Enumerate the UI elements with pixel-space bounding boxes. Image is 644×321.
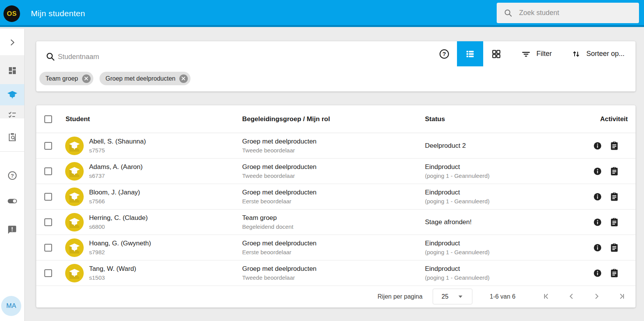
activity-clipboard-button[interactable] <box>609 141 619 151</box>
group-name: Groep met deelproducten <box>242 264 317 274</box>
row-checkbox[interactable] <box>44 218 52 226</box>
filter-chip[interactable]: Team groep <box>39 72 93 85</box>
rows-per-page-select[interactable]: 25 <box>433 289 472 304</box>
student-cell: Adams, A. (Aaron) s6737 <box>89 162 143 180</box>
status-cell: Deelproduct 2 <box>425 141 466 150</box>
group-cell: Team groep Begeleidend docent <box>242 213 293 231</box>
filter-chip[interactable]: Groep met deelproducten <box>99 72 191 85</box>
next-page-button[interactable] <box>589 289 604 304</box>
help-button[interactable]: ? <box>433 41 455 66</box>
table-row[interactable]: Tang, W. (Ward) s1503 Groep met deelprod… <box>36 260 636 286</box>
student-avatar <box>65 137 84 155</box>
table-row[interactable]: Herring, C. (Claude) s6800 Team groep Be… <box>36 209 636 235</box>
help-icon: ? <box>7 171 17 181</box>
filter-button[interactable]: Filter <box>511 41 561 66</box>
last-page-button[interactable] <box>614 289 629 304</box>
sidebar-item-toggle[interactable] <box>0 192 24 210</box>
clipboard-icon <box>609 192 619 202</box>
sidebar-item-students[interactable] <box>0 86 24 104</box>
my-role: Eerste beoordelaar <box>242 197 317 206</box>
student-avatar <box>65 162 84 181</box>
group-name: Team groep <box>242 213 293 223</box>
chip-remove-icon[interactable] <box>82 74 91 83</box>
group-name: Groep met deelproducten <box>242 239 317 248</box>
info-button[interactable] <box>593 218 602 226</box>
sidebar-item-tasks[interactable] <box>0 105 24 124</box>
studentname-search-input[interactable] <box>58 48 289 65</box>
clipboard-icon <box>609 268 619 278</box>
student-name: Bloom, J. (Janay) <box>89 188 140 197</box>
activity-clipboard-button[interactable] <box>609 268 619 278</box>
table-row[interactable]: Abell, S. (Shaunna) s7575 Groep met deel… <box>36 133 636 159</box>
status-text: Eindproduct <box>425 264 490 274</box>
app-logo[interactable]: OS <box>3 5 20 22</box>
activity-clipboard-button[interactable] <box>609 217 619 227</box>
student-avatar <box>65 213 84 231</box>
status-text: Eindproduct <box>425 239 490 248</box>
checklist-icon <box>8 110 17 119</box>
status-cell: Eindproduct (poging 1 - Geannuleerd) <box>425 264 490 282</box>
column-header-student[interactable]: Student <box>66 105 90 133</box>
grid-view-button[interactable] <box>485 41 508 66</box>
activity-clipboard-button[interactable] <box>609 192 619 202</box>
table-row[interactable]: Adams, A. (Aaron) s6737 Groep met deelpr… <box>36 159 636 184</box>
sidebar-item-feedback[interactable] <box>0 220 24 239</box>
user-avatar[interactable]: MA <box>1 296 21 316</box>
clipboard-icon <box>609 166 619 176</box>
info-button[interactable] <box>593 269 602 277</box>
row-checkbox[interactable] <box>44 244 52 252</box>
previous-page-button[interactable] <box>564 289 579 304</box>
select-all-checkbox[interactable] <box>44 115 52 123</box>
row-checkbox[interactable] <box>44 142 52 150</box>
info-button[interactable] <box>593 141 602 150</box>
info-icon <box>593 192 602 201</box>
sidebar-item-assessments[interactable] <box>0 128 24 146</box>
student-id: s7982 <box>89 248 151 257</box>
sidebar-item-dashboard[interactable] <box>0 61 24 80</box>
sidebar-expand-button[interactable] <box>0 33 24 52</box>
graduation-cap-icon <box>69 216 80 228</box>
info-button[interactable] <box>593 243 602 252</box>
logo-text: OS <box>7 10 17 18</box>
toggle-icon <box>7 196 18 206</box>
feedback-icon <box>7 225 17 235</box>
graduation-cap-icon <box>69 140 80 152</box>
column-header-status[interactable]: Status <box>425 105 445 133</box>
my-role: Tweede beoordelaar <box>242 146 317 155</box>
activity-clipboard-button[interactable] <box>609 166 619 176</box>
student-name: Herring, C. (Claude) <box>89 213 148 223</box>
column-header-group[interactable]: Begeleidingsgroep / Mijn rol <box>242 105 330 133</box>
sidebar-item-help[interactable]: ? <box>0 166 24 185</box>
row-checkbox[interactable] <box>44 269 52 277</box>
user-initials: MA <box>6 302 16 310</box>
filter-card: ? Filter <box>36 41 636 91</box>
column-header-activity[interactable]: Activiteit <box>600 105 628 133</box>
group-cell: Groep met deelproducten Tweede beoordela… <box>242 137 317 155</box>
filter-icon <box>521 49 531 59</box>
group-cell: Groep met deelproducten Eerste beoordela… <box>242 239 317 257</box>
sort-button[interactable]: Sorteer op... <box>565 41 631 66</box>
table-row[interactable]: Bloom, J. (Janay) s7566 Groep met deelpr… <box>36 184 636 209</box>
row-checkbox[interactable] <box>44 193 52 201</box>
info-button[interactable] <box>593 167 602 176</box>
pagination-range: 1-6 van 6 <box>490 286 516 307</box>
student-cell: Bloom, J. (Janay) s7566 <box>89 188 140 206</box>
first-page-button[interactable] <box>539 289 554 304</box>
status-sub: (poging 1 - Geannuleerd) <box>425 197 490 206</box>
info-button[interactable] <box>593 192 602 201</box>
list-view-button[interactable] <box>457 41 483 66</box>
chip-remove-icon[interactable] <box>179 74 188 83</box>
student-id: s6800 <box>89 223 148 231</box>
activity-clipboard-button[interactable] <box>609 243 619 253</box>
clipboard-icon <box>609 217 619 227</box>
student-search-box[interactable] <box>497 3 639 23</box>
student-search-input[interactable] <box>519 9 631 17</box>
svg-text:?: ? <box>10 173 13 179</box>
grid-view-icon <box>491 49 502 59</box>
clipboard-search-icon <box>7 132 17 142</box>
info-icon <box>593 141 602 150</box>
row-checkbox[interactable] <box>44 167 52 175</box>
student-cell: Hoang, G. (Gwyneth) s7982 <box>89 239 151 257</box>
my-role: Begeleidend docent <box>242 223 293 231</box>
table-row[interactable]: Hoang, G. (Gwyneth) s7982 Groep met deel… <box>36 235 636 260</box>
